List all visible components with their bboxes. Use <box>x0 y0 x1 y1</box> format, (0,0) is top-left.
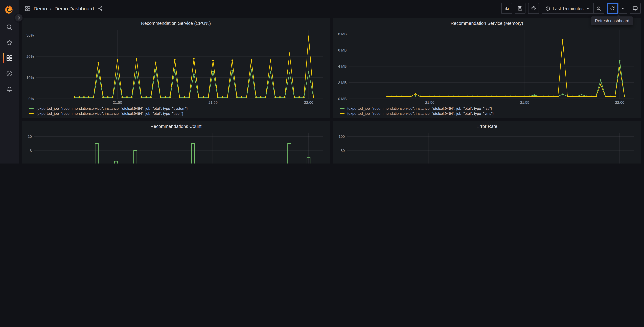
sidebar-item-starred[interactable] <box>0 35 19 50</box>
sidebar-item-alerting[interactable] <box>0 81 19 97</box>
dashboards-icon <box>6 55 13 62</box>
x-axis-tick-label: 21:50 <box>425 100 434 104</box>
series-point <box>179 96 180 98</box>
breadcrumb-folder[interactable]: Demo <box>34 6 47 11</box>
panel-legend: {exported_job="recommendationservice", i… <box>25 105 327 116</box>
series-point <box>136 58 137 59</box>
series-point <box>400 96 402 97</box>
series-point <box>274 96 276 98</box>
series-point <box>405 96 407 97</box>
dashboard-toolbar: Last 15 minutes <box>501 3 641 14</box>
series-point <box>222 96 224 98</box>
series-line <box>387 40 624 96</box>
sidebar-item-search[interactable] <box>0 20 19 35</box>
add-panel-button[interactable] <box>501 3 512 14</box>
panel-plot-area[interactable]: 024681021:5021:5522:00 <box>26 131 326 164</box>
series-point <box>424 96 426 97</box>
series-point <box>420 96 421 97</box>
series-point <box>169 96 171 98</box>
y-axis-tick-label: 2 MB <box>338 80 347 85</box>
series-point <box>308 71 310 72</box>
series-point <box>510 96 511 97</box>
series-point <box>88 96 90 98</box>
series-line <box>74 36 314 97</box>
grafana-logo-icon[interactable] <box>4 5 14 15</box>
y-axis-tick-label: 8 MB <box>338 32 347 36</box>
panel-recommendations-count: Recommendations Count 024681021:5021:552… <box>22 121 330 164</box>
time-range-picker[interactable]: Last 15 minutes <box>542 3 593 14</box>
sidebar-expand-button[interactable] <box>15 14 22 22</box>
chart-canvas[interactable]: 02040608010021:5021:5522:00 <box>336 131 637 164</box>
zoom-out-button[interactable] <box>594 3 604 14</box>
legend-swatch <box>340 113 344 114</box>
series-point <box>538 96 540 97</box>
series-point <box>514 96 516 97</box>
x-axis-tick-label: 22:00 <box>304 100 313 104</box>
series-point <box>313 96 314 98</box>
series-point <box>505 96 506 97</box>
series-point <box>294 96 295 98</box>
series-point <box>519 96 521 97</box>
series-point <box>98 70 99 72</box>
series-point <box>289 72 290 74</box>
series-point <box>557 96 559 97</box>
panel-title[interactable]: Recommendation Service (CPU%) <box>25 19 327 28</box>
save-dashboard-button[interactable] <box>515 3 526 14</box>
dashboard-settings-button[interactable] <box>528 3 539 14</box>
series-point <box>619 67 620 68</box>
series-point <box>146 96 147 98</box>
breadcrumb-dashboard[interactable]: Demo Dashboard <box>54 6 94 11</box>
panel-plot-area[interactable]: 0%10%20%30%21:5021:5522:00 <box>26 28 326 105</box>
panel-plot-area[interactable]: 02040608010021:5021:5522:00 <box>336 131 637 164</box>
dashboard-grid-icon <box>25 6 30 11</box>
chart-canvas[interactable]: 024681021:5021:5522:00 <box>26 131 326 164</box>
refresh-button[interactable] <box>607 3 618 14</box>
sidebar-item-explore[interactable] <box>0 66 19 81</box>
series-point <box>529 96 530 97</box>
series-point <box>284 96 286 98</box>
series-point <box>117 59 118 60</box>
series-point <box>562 94 564 95</box>
series-point <box>595 96 597 97</box>
legend-item[interactable]: {exported_job="recommendationservice", i… <box>29 111 327 116</box>
panel-title[interactable]: Recommendations Count <box>25 122 327 131</box>
legend-item[interactable]: {exported_job="recommendationservice", i… <box>340 106 638 111</box>
panel-plot-area[interactable]: 0 MB2 MB4 MB6 MB8 MB21:5021:5522:00 <box>336 28 637 105</box>
legend-item[interactable]: {exported_job="recommendationservice", i… <box>29 106 327 111</box>
sidebar-item-dashboards[interactable] <box>0 50 19 66</box>
series-point <box>562 39 564 40</box>
series-point <box>496 96 497 97</box>
y-axis-tick-label: 10 <box>28 134 32 139</box>
series-point <box>500 96 502 97</box>
legend-swatch <box>29 108 34 109</box>
series-point <box>472 96 473 97</box>
series-point <box>212 60 214 62</box>
series-point <box>98 62 99 64</box>
series-point <box>391 96 392 97</box>
kiosk-mode-button[interactable] <box>630 3 641 14</box>
series-point <box>270 60 271 61</box>
legend-item[interactable]: {exported_job="recommendationservice", i… <box>340 111 638 116</box>
y-axis-tick-label: 4 MB <box>338 64 347 68</box>
panel-title[interactable]: Error Rate <box>336 122 638 131</box>
grafana-app: Demo / Demo Dashboard <box>0 0 644 164</box>
series-point <box>614 96 616 97</box>
share-icon[interactable] <box>98 6 103 11</box>
refresh-interval-button[interactable] <box>618 3 627 14</box>
chart-canvas[interactable]: 0%10%20%30%21:5021:5522:00 <box>26 28 326 105</box>
series-point <box>78 96 80 98</box>
save-icon <box>518 6 523 11</box>
series-point <box>131 96 133 98</box>
series-point <box>481 96 483 97</box>
series-point <box>610 96 611 97</box>
series-point <box>217 96 218 98</box>
series-point <box>467 96 468 97</box>
sidebar <box>0 0 19 164</box>
gear-icon <box>531 6 536 11</box>
y-axis-tick-label: 6 MB <box>338 48 347 52</box>
chart-canvas[interactable]: 0 MB2 MB4 MB6 MB8 MB21:5021:5522:00 <box>336 28 637 105</box>
series-point <box>265 96 266 98</box>
legend-label: {exported_job="recommendationservice", i… <box>347 106 492 110</box>
x-axis-tick-label: 21:55 <box>520 100 529 104</box>
series-point <box>193 73 195 75</box>
